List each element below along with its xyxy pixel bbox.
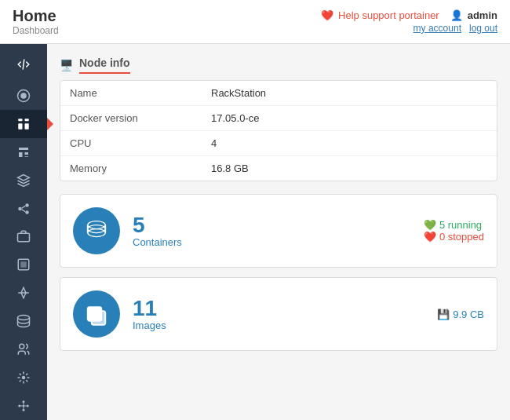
header-left: Home Dashboard — [13, 7, 59, 36]
templates-icon — [16, 145, 31, 159]
svg-line-10 — [22, 209, 26, 211]
svg-point-0 — [20, 93, 27, 99]
svg-point-8 — [25, 210, 29, 214]
log-out-link[interactable]: log out — [469, 23, 497, 34]
sidebar-item-services[interactable] — [0, 195, 47, 223]
active-indicator — [47, 118, 53, 130]
svg-point-15 — [20, 344, 24, 349]
stopped-heart-icon: ❤️ — [424, 231, 436, 243]
images-stat-icon — [85, 302, 108, 326]
node-info-icon: 🖥️ — [60, 59, 73, 71]
heart-icon: ❤️ — [321, 9, 333, 21]
row-key-memory: Memory — [70, 163, 211, 174]
layout: 🖥️ Node info Name RackStation Docker ver… — [0, 44, 510, 420]
row-key-docker: Docker version — [70, 112, 211, 124]
row-val-docker: 17.05.0-ce — [211, 112, 259, 124]
sidebar-item-endpoints[interactable] — [0, 82, 47, 110]
svg-rect-38 — [92, 311, 106, 325]
table-row: CPU 4 — [60, 131, 497, 156]
header: Home Dashboard ❤️ Help support portainer… — [0, 0, 510, 44]
sidebar-logo[interactable] — [0, 50, 47, 79]
svg-rect-3 — [25, 119, 29, 121]
containers-stat-card[interactable]: 5 Containers 💚 5 running ❤️ 0 stopped — [60, 194, 497, 268]
row-val-memory: 16.8 GB — [211, 163, 249, 174]
containers-stat-icon — [85, 219, 108, 243]
sidebar-item-plugins[interactable] — [0, 363, 47, 392]
sidebar-item-templates[interactable] — [0, 138, 47, 166]
swarm-icon — [16, 399, 31, 413]
plugins-icon — [16, 371, 31, 385]
sidebar-item-swarm[interactable] — [0, 392, 47, 420]
node-info-header: 🖥️ Node info — [60, 57, 497, 74]
svg-point-17 — [18, 405, 20, 407]
running-text: 5 running — [439, 219, 482, 231]
images-label: Images — [133, 320, 424, 331]
svg-rect-2 — [18, 119, 22, 121]
containers-stopped: ❤️ 0 stopped — [424, 231, 484, 243]
containers-count: 5 — [133, 214, 411, 236]
containers-running: 💚 5 running — [424, 219, 484, 231]
svg-point-14 — [18, 316, 30, 320]
svg-point-18 — [23, 400, 25, 403]
sidebar-item-users[interactable] — [0, 335, 47, 363]
sidebar-item-containers[interactable] — [0, 223, 47, 251]
images-icon — [16, 257, 31, 272]
svg-line-9 — [22, 206, 26, 208]
svg-rect-11 — [18, 234, 30, 243]
sidebar — [0, 44, 47, 420]
page-subtitle: Dashboard — [13, 25, 59, 36]
user-icon: 👤 — [450, 9, 463, 21]
support-text: Help support portainer — [338, 9, 439, 21]
images-stat-card[interactable]: 11 Images 💾 9.9 CB — [60, 277, 497, 351]
containers-label: Containers — [133, 236, 411, 248]
sidebar-item-images[interactable] — [0, 250, 47, 279]
containers-stat-body: 5 Containers — [133, 214, 411, 248]
images-icon-circle — [73, 290, 120, 338]
volumes-icon — [16, 314, 31, 328]
services-icon — [16, 202, 31, 216]
sidebar-item-volumes[interactable] — [0, 307, 47, 335]
header-links: my account log out — [413, 23, 497, 34]
arrows-icon — [16, 57, 31, 71]
row-val-name: RackStation — [211, 87, 266, 99]
svg-rect-13 — [20, 262, 27, 268]
dashboard-icon — [16, 117, 31, 131]
svg-point-6 — [18, 206, 22, 210]
images-meta: 💾 9.9 CB — [437, 309, 484, 320]
svg-rect-5 — [25, 123, 29, 130]
networks-icon — [16, 286, 31, 300]
node-info-table: Name RackStation Docker version 17.05.0-… — [60, 80, 497, 181]
my-account-link[interactable]: my account — [413, 23, 461, 34]
row-val-cpu: 4 — [211, 137, 217, 149]
sidebar-item-stacks[interactable] — [0, 166, 47, 195]
images-size-text: 9.9 CB — [453, 309, 484, 320]
svg-point-21 — [23, 405, 25, 407]
row-key-cpu: CPU — [70, 137, 211, 149]
users-icon — [16, 342, 31, 356]
svg-point-7 — [25, 203, 29, 207]
disk-icon: 💾 — [437, 309, 450, 320]
containers-icon-circle — [73, 207, 120, 254]
svg-point-20 — [23, 409, 25, 411]
table-row: Docker version 17.05.0-ce — [60, 106, 497, 131]
images-stat-body: 11 Images — [133, 298, 424, 331]
images-count: 11 — [133, 298, 424, 320]
images-size: 💾 9.9 CB — [437, 309, 484, 320]
user-label: admin — [468, 9, 497, 21]
sidebar-item-dashboard[interactable] — [0, 110, 47, 138]
support-link[interactable]: ❤️ Help support portainer 👤 admin — [321, 9, 497, 21]
svg-point-19 — [27, 405, 29, 407]
svg-rect-4 — [18, 123, 22, 130]
stacks-icon — [16, 173, 31, 188]
node-info-title: Node info — [79, 57, 130, 74]
containers-icon — [16, 229, 31, 243]
table-row: Name RackStation — [60, 81, 497, 106]
table-row: Memory 16.8 GB — [60, 156, 497, 181]
sidebar-item-networks[interactable] — [0, 279, 47, 307]
main-content: 🖥️ Node info Name RackStation Docker ver… — [47, 44, 510, 420]
row-key-name: Name — [70, 87, 211, 99]
header-right: ❤️ Help support portainer 👤 admin my acc… — [321, 9, 497, 34]
running-heart-icon: 💚 — [424, 219, 436, 231]
stopped-text: 0 stopped — [439, 231, 484, 243]
page-title: Home — [13, 7, 59, 25]
